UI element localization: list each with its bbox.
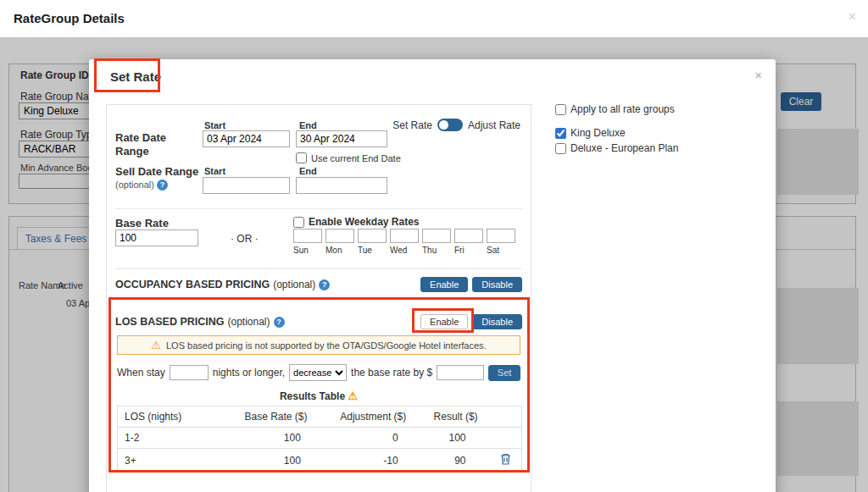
weekday-cell: Fri [454, 229, 483, 255]
sell-info-icon[interactable]: ? [157, 180, 168, 191]
los-rule-row: When stay nights or longer, decrease the… [117, 364, 520, 381]
apply-all-checkbox-input[interactable] [555, 104, 566, 115]
base-rate-by-label: the base rate by $ [351, 367, 432, 379]
rate-end-label: End [299, 120, 317, 130]
rate-date-range-label: Rate Date Range [115, 131, 190, 158]
occupancy-enable-button[interactable]: Enable [420, 277, 468, 292]
sell-start-input[interactable] [203, 177, 290, 194]
sell-optional-text: (optional) [115, 180, 154, 190]
col-adjustment: Adjustment ($) [325, 406, 422, 428]
adjust-rate-toggle-label: Adjust Rate [468, 119, 520, 131]
king-deluxe-label: King Deluxe [570, 127, 626, 139]
result-cell: 90 [422, 449, 490, 473]
occupancy-optional-text: (optional) [273, 279, 315, 290]
page-title: RateGroup Details [14, 11, 125, 25]
rate-group-king-deluxe-checkbox[interactable]: King Deluxe [555, 127, 626, 139]
weekday-cell: Sat [487, 229, 515, 255]
trash-icon [500, 453, 511, 465]
tue-label: Tue [358, 246, 387, 255]
screen: RateGroup Details × Rate Group ID: Rate … [0, 0, 868, 492]
deluxe-european-checkbox-input[interactable] [555, 143, 566, 154]
when-stay-label: When stay [117, 367, 165, 379]
rate-end-input[interactable] [296, 130, 387, 147]
los-warning-banner: ⚠ LOS based pricing is not supported by … [117, 335, 520, 355]
results-warning-icon: ⚠ [348, 390, 358, 402]
los-set-button[interactable]: Set [488, 365, 520, 381]
los-cell: 1-2 [118, 428, 228, 449]
enable-weekday-rates-label: Enable Weekday Rates [309, 216, 420, 228]
or-separator: · OR · [231, 233, 259, 245]
page-close-icon[interactable]: × [849, 9, 856, 25]
table-row: 1-2 100 0 100 [118, 428, 522, 449]
fri-rate-input[interactable] [454, 229, 483, 243]
adj-cell: -10 [325, 449, 422, 473]
col-actions [490, 406, 522, 428]
los-amount-input[interactable] [437, 365, 484, 380]
base-rate-input[interactable] [115, 229, 198, 246]
actions-cell [490, 449, 522, 473]
apply-all-label: Apply to all rate groups [570, 103, 675, 115]
weekday-cell: Mon [326, 229, 354, 255]
results-title-text: Results Table [280, 390, 345, 402]
table-header-row: LOS (nights) Base Rate ($) Adjustment ($… [118, 406, 522, 428]
thu-label: Thu [422, 246, 451, 255]
sun-label: Sun [293, 246, 322, 255]
toggle-knob [439, 120, 448, 130]
los-direction-select[interactable]: decrease [289, 364, 347, 381]
apply-all-rate-groups-checkbox[interactable]: Apply to all rate groups [555, 103, 675, 115]
weekday-cell: Sun [293, 229, 322, 255]
adj-cell: 0 [325, 428, 422, 449]
wed-label: Wed [390, 246, 419, 255]
set-rate-modal: Set Rate × Apply to all rate groups King… [89, 59, 776, 492]
delete-los-row-button[interactable] [500, 453, 511, 467]
sun-rate-input[interactable] [293, 229, 322, 243]
sell-date-range-label: Sell Date Range [115, 165, 198, 178]
col-los-nights: LOS (nights) [118, 406, 228, 428]
tue-rate-input[interactable] [358, 229, 387, 243]
los-nights-input[interactable] [170, 365, 209, 380]
enable-weekday-rates-input[interactable] [293, 217, 304, 228]
sat-rate-input[interactable] [487, 229, 515, 243]
use-current-end-date-checkbox[interactable]: Use current End Date [296, 152, 401, 163]
los-enable-button[interactable]: Enable [420, 314, 468, 329]
warning-icon: ⚠ [151, 339, 161, 351]
rate-mode-toggle-row: Set Rate Adjust Rate [392, 119, 520, 131]
wed-rate-input[interactable] [390, 229, 419, 243]
base-rate-label: Base Rate [115, 217, 169, 229]
los-results-table: LOS (nights) Base Rate ($) Adjustment ($… [117, 406, 522, 473]
sell-end-label: End [299, 166, 317, 176]
nights-or-longer-label: nights or longer, [213, 367, 285, 379]
sell-date-range-optional: (optional) ? [115, 180, 168, 191]
modal-close-icon[interactable]: × [754, 68, 762, 82]
use-current-end-date-label: Use current End Date [311, 153, 401, 163]
rate-mode-toggle[interactable] [437, 119, 463, 131]
set-rate-form-panel: Set Rate Adjust Rate Start End Rate Date… [106, 104, 531, 492]
weekday-cell: Tue [358, 229, 387, 255]
sell-start-label: Start [204, 166, 225, 176]
col-base-rate: Base Rate ($) [227, 406, 325, 428]
rate-start-input[interactable] [203, 130, 290, 147]
los-pricing-label: LOS BASED PRICING [115, 316, 225, 328]
divider [115, 268, 522, 269]
thu-rate-input[interactable] [422, 229, 451, 243]
results-table-title: Results Table ⚠ [107, 390, 531, 402]
los-disable-button[interactable]: Disable [472, 314, 522, 329]
weekday-cell: Thu [422, 229, 451, 255]
rate-start-label: Start [204, 120, 225, 130]
los-warning-text: LOS based pricing is not supported by th… [166, 340, 487, 351]
los-info-icon[interactable]: ? [274, 317, 285, 328]
occupancy-pricing-row: OCCUPANCY BASED PRICING (optional) ? Ena… [115, 277, 522, 292]
weekday-cell: Wed [390, 229, 419, 255]
king-deluxe-checkbox-input[interactable] [555, 128, 566, 139]
enable-weekday-rates-checkbox[interactable]: Enable Weekday Rates [293, 216, 420, 228]
occupancy-info-icon[interactable]: ? [319, 279, 330, 290]
rate-group-deluxe-european-checkbox[interactable]: Deluxe - European Plan [555, 142, 678, 154]
mon-rate-input[interactable] [326, 229, 354, 243]
fri-label: Fri [454, 246, 483, 255]
occupancy-disable-button[interactable]: Disable [472, 277, 522, 292]
weekday-rate-inputs: Sun Mon Tue Wed Thu Fri Sat [293, 229, 515, 255]
los-optional-text: (optional) [228, 316, 270, 328]
sell-end-input[interactable] [296, 177, 387, 194]
use-current-end-date-input[interactable] [296, 152, 307, 163]
mon-label: Mon [326, 246, 354, 255]
